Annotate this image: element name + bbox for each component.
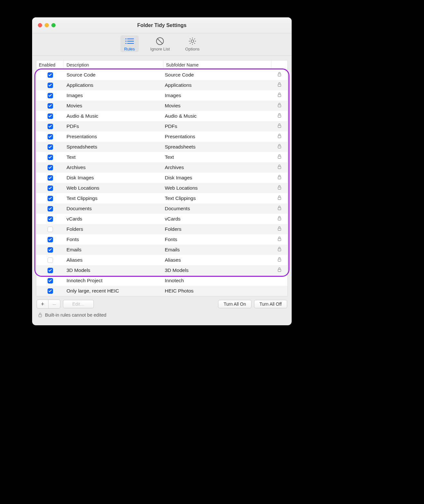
cell-subfolder: Audio & Music bbox=[163, 113, 271, 119]
table-row[interactable]: SpreadsheetsSpreadsheets bbox=[36, 142, 287, 152]
enabled-checkbox[interactable] bbox=[48, 155, 53, 160]
cell-subfolder: HEIC Photos bbox=[163, 288, 271, 294]
enabled-checkbox[interactable] bbox=[48, 175, 53, 181]
col-subfolder[interactable]: Subfolder Name bbox=[163, 60, 271, 69]
table-row[interactable]: vCardsvCards bbox=[36, 214, 287, 224]
cell-enabled bbox=[36, 93, 64, 98]
tab-label: Options bbox=[185, 47, 200, 51]
table-row[interactable]: FoldersFolders bbox=[36, 224, 287, 234]
table-row[interactable]: PDFsPDFs bbox=[36, 121, 287, 131]
table-row[interactable]: Audio & MusicAudio & Music bbox=[36, 111, 287, 121]
table-row[interactable]: ApplicationsApplications bbox=[36, 80, 287, 90]
table-row[interactable]: FontsFonts bbox=[36, 234, 287, 245]
close-button[interactable] bbox=[38, 23, 42, 27]
lock-icon bbox=[277, 247, 282, 253]
cell-description: Audio & Music bbox=[64, 113, 163, 119]
enabled-checkbox[interactable] bbox=[48, 288, 53, 294]
cell-description: Archives bbox=[64, 165, 163, 170]
svg-rect-27 bbox=[278, 259, 281, 261]
cell-enabled bbox=[36, 206, 64, 212]
svg-rect-14 bbox=[278, 125, 281, 128]
enabled-checkbox[interactable] bbox=[48, 144, 53, 150]
table-row[interactable]: Source CodeSource Code bbox=[36, 70, 287, 80]
lock-icon bbox=[277, 113, 282, 119]
enabled-checkbox[interactable] bbox=[48, 196, 53, 201]
turn-all-off-button[interactable]: Turn All Off bbox=[254, 300, 287, 308]
lock-icon bbox=[277, 216, 282, 222]
table-row[interactable]: Disk ImagesDisk Images bbox=[36, 173, 287, 183]
footnote-text: Built-in rules cannot be edited bbox=[45, 312, 106, 318]
table-row[interactable]: Innotech ProjectInnotech bbox=[36, 275, 287, 286]
cell-lock bbox=[271, 123, 287, 130]
table-row[interactable]: EmailsEmails bbox=[36, 245, 287, 255]
table-row[interactable]: AliasesAliases bbox=[36, 255, 287, 265]
lock-icon bbox=[277, 236, 282, 243]
lock-icon bbox=[277, 154, 282, 160]
table-body: Source CodeSource CodeApplicationsApplic… bbox=[36, 70, 287, 296]
col-description[interactable]: Description bbox=[64, 60, 163, 69]
edit-button[interactable]: Edit… bbox=[63, 300, 94, 308]
zoom-button[interactable] bbox=[51, 23, 56, 27]
enabled-checkbox[interactable] bbox=[48, 165, 53, 170]
tab-ignore-list[interactable]: Ignore List bbox=[146, 35, 174, 52]
cell-subfolder: Web Locations bbox=[163, 185, 271, 191]
traffic-lights bbox=[32, 23, 56, 27]
cell-enabled bbox=[36, 247, 64, 253]
cell-lock bbox=[271, 247, 287, 253]
add-rule-button[interactable]: + bbox=[37, 300, 49, 308]
cell-lock bbox=[271, 103, 287, 109]
enabled-checkbox[interactable] bbox=[48, 278, 53, 284]
minimize-button[interactable] bbox=[45, 23, 49, 27]
cell-enabled bbox=[36, 185, 64, 191]
enabled-checkbox[interactable] bbox=[48, 247, 53, 253]
table-row[interactable]: Text ClippingsText Clippings bbox=[36, 193, 287, 203]
cell-enabled bbox=[36, 144, 64, 150]
tab-rules[interactable]: Rules bbox=[120, 35, 139, 52]
cell-enabled bbox=[36, 268, 64, 273]
cell-description: 3D Models bbox=[64, 267, 163, 273]
tab-options[interactable]: Options bbox=[181, 35, 204, 52]
table-row[interactable]: DocumentsDocuments bbox=[36, 203, 287, 214]
enabled-checkbox[interactable] bbox=[48, 268, 53, 273]
turn-all-on-button[interactable]: Turn All On bbox=[218, 300, 252, 308]
enabled-checkbox[interactable] bbox=[48, 72, 53, 78]
table-row[interactable]: 3D Models3D Models bbox=[36, 265, 287, 275]
enabled-checkbox[interactable] bbox=[48, 257, 53, 263]
cell-lock bbox=[271, 154, 287, 160]
cell-subfolder: Spreadsheets bbox=[163, 144, 271, 150]
enabled-checkbox[interactable] bbox=[48, 185, 53, 191]
enabled-checkbox[interactable] bbox=[48, 134, 53, 140]
enabled-checkbox[interactable] bbox=[48, 93, 53, 98]
lock-icon bbox=[277, 123, 282, 130]
table-row[interactable]: Only large, recent HEICHEIC Photos bbox=[36, 286, 287, 296]
enabled-checkbox[interactable] bbox=[48, 83, 53, 88]
enabled-checkbox[interactable] bbox=[48, 103, 53, 109]
cell-lock bbox=[271, 216, 287, 222]
table-row[interactable]: TextText bbox=[36, 152, 287, 162]
svg-rect-24 bbox=[278, 228, 281, 230]
table-row[interactable]: PresentationsPresentations bbox=[36, 131, 287, 142]
remove-rule-button[interactable]: – bbox=[49, 300, 60, 308]
enabled-checkbox[interactable] bbox=[48, 216, 53, 222]
cell-enabled bbox=[36, 165, 64, 170]
table-row[interactable]: ArchivesArchives bbox=[36, 162, 287, 173]
enabled-checkbox[interactable] bbox=[48, 206, 53, 212]
cell-description: Documents bbox=[64, 206, 163, 212]
svg-rect-16 bbox=[278, 146, 281, 148]
cell-subfolder: Applications bbox=[163, 82, 271, 88]
lock-icon bbox=[38, 312, 42, 318]
col-enabled[interactable]: Enabled bbox=[36, 60, 64, 69]
enabled-checkbox[interactable] bbox=[48, 227, 53, 232]
cell-enabled bbox=[36, 227, 64, 232]
svg-rect-21 bbox=[278, 197, 281, 200]
cell-subfolder: Aliases bbox=[163, 257, 271, 263]
cell-subfolder: Documents bbox=[163, 206, 271, 212]
enabled-checkbox[interactable] bbox=[48, 113, 53, 119]
cell-subfolder: Images bbox=[163, 93, 271, 98]
table-row[interactable]: MoviesMovies bbox=[36, 101, 287, 111]
cell-lock bbox=[271, 133, 287, 140]
enabled-checkbox[interactable] bbox=[48, 124, 53, 129]
table-row[interactable]: ImagesImages bbox=[36, 90, 287, 101]
enabled-checkbox[interactable] bbox=[48, 237, 53, 242]
table-row[interactable]: Web LocationsWeb Locations bbox=[36, 183, 287, 193]
